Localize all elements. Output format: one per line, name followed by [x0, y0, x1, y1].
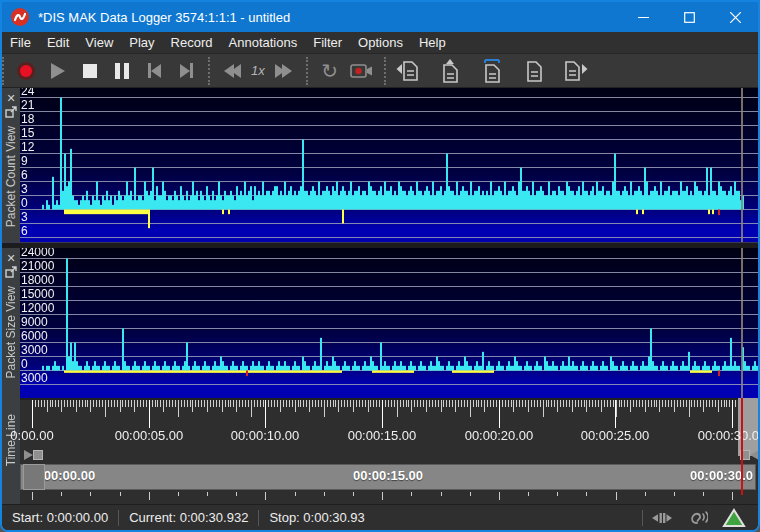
y-axis-tick-label: 15 [21, 127, 34, 139]
packet-count-plot[interactable]: 2421181512963036 [20, 88, 758, 242]
y-axis-tick-label: 0 [21, 197, 28, 209]
undock-panel-icon[interactable] [5, 106, 17, 122]
status-bar: Start: 0:00:00.00 Current: 0:00:30.932 S… [2, 504, 758, 530]
app-window: *DIS MAK Data Logger 3574:1:1:1 - untitl… [0, 0, 760, 532]
current-position-cursor[interactable] [741, 88, 743, 242]
timeline-panel: Time Line 0:00.0000:00:05.0000:00:10.000… [2, 398, 758, 504]
file-icon [523, 59, 545, 83]
panel-title: Packet Size View [4, 286, 18, 379]
undock-panel-icon[interactable] [5, 266, 17, 282]
menu-file[interactable]: File [2, 32, 39, 54]
eject-file-icon [439, 59, 461, 83]
record-button[interactable] [10, 58, 42, 84]
loop-button[interactable]: ↻ [314, 58, 346, 84]
next-file-icon [563, 60, 589, 82]
eject-file-button[interactable] [434, 58, 466, 84]
y-axis-tick-label: 6000 [21, 330, 48, 342]
listen-ear-icon [688, 510, 708, 526]
y-axis-tick-label: 9 [21, 155, 28, 167]
stop-icon [83, 64, 97, 78]
timeline-current-cursor[interactable] [741, 398, 743, 495]
y-axis-tick-label: 18000 [21, 274, 54, 286]
overview-middle-time: 00:00:15.00 [353, 468, 423, 483]
menu-play[interactable]: Play [121, 32, 162, 54]
record-marker-button[interactable] [346, 58, 378, 84]
timeline-tick-label: 00:00:15.00 [348, 428, 417, 443]
pause-button[interactable] [106, 58, 138, 84]
toolbar: 1x ↻ [2, 54, 758, 88]
current-file-icon [481, 59, 503, 83]
close-button[interactable] [712, 2, 758, 32]
loop-icon: ↻ [321, 61, 338, 81]
menu-record[interactable]: Record [163, 32, 221, 54]
timeline-content[interactable]: 0:00.0000:00:05.0000:00:10.0000:00:15.00… [20, 398, 758, 504]
loop-record-group: ↻ [306, 57, 384, 85]
menu-filter[interactable]: Filter [305, 32, 350, 54]
status-separator [642, 510, 643, 526]
minimize-button[interactable] [620, 2, 666, 32]
status-start-time: Start: 0:00:00.00 [2, 510, 118, 525]
play-button[interactable] [42, 58, 74, 84]
overview-tick-strip [20, 492, 760, 502]
menu-help[interactable]: Help [411, 32, 454, 54]
close-panel-icon[interactable]: ✕ [6, 250, 15, 266]
maximize-icon [684, 12, 695, 23]
y-axis-tick-label: 12000 [21, 302, 54, 314]
prev-file-button[interactable] [392, 58, 424, 84]
speed-label: 1x [248, 63, 268, 78]
current-position-cursor[interactable] [741, 248, 743, 398]
current-file-button[interactable] [476, 58, 508, 84]
y-axis-tick-label: 21 [21, 99, 34, 111]
skip-to-start-button[interactable] [138, 58, 170, 84]
y-axis-tick-label: 3 [21, 211, 28, 223]
menu-edit[interactable]: Edit [39, 32, 77, 54]
y-axis-tick-label: 3000 [21, 344, 48, 356]
packet-size-panel: ✕ Packet Size View 240002100018000150001… [2, 248, 758, 398]
prev-file-icon [395, 60, 421, 82]
y-axis-tick-label: 3000 [21, 372, 48, 384]
stop-button[interactable] [74, 58, 106, 84]
record-icon [17, 62, 35, 80]
timeline-tick-label: 00:00:25.00 [581, 428, 650, 443]
timeline-tick-label: 00:00:20.00 [465, 428, 534, 443]
skip-to-end-icon [180, 63, 193, 78]
pause-icon [115, 63, 129, 79]
close-panel-icon[interactable]: ✕ [6, 90, 15, 106]
play-icon [51, 63, 65, 79]
overview-end-time: 00:00:30.0 [690, 468, 753, 483]
status-stop-time: Stop: 0:00:30.93 [259, 510, 374, 525]
skip-to-end-button[interactable] [170, 58, 202, 84]
window-title: *DIS MAK Data Logger 3574:1:1:1 - untitl… [38, 10, 620, 25]
timeline-ruler[interactable] [20, 398, 760, 428]
overview-left-handle[interactable] [23, 464, 45, 490]
y-axis-tick-label: 21000 [21, 260, 54, 272]
record-camera-icon [350, 62, 374, 80]
menu-view[interactable]: View [77, 32, 121, 54]
timeline-tick-label: 0:00.00 [10, 428, 53, 443]
panel-title: Packet Count View [4, 126, 18, 227]
status-ok-indicator-icon [722, 508, 746, 528]
y-axis-tick-label: 6 [21, 225, 28, 237]
packet-size-strip: ✕ Packet Size View [2, 248, 20, 398]
slower-button[interactable] [216, 58, 248, 84]
y-axis-tick-label: 15000 [21, 288, 54, 300]
start-marker[interactable] [24, 450, 43, 460]
menu-options[interactable]: Options [350, 32, 411, 54]
faster-button[interactable] [268, 58, 300, 84]
y-axis-tick-label: 3 [21, 183, 28, 195]
app-logo-icon [10, 7, 30, 27]
file-nav-group [384, 57, 598, 85]
title-bar: *DIS MAK Data Logger 3574:1:1:1 - untitl… [2, 2, 758, 32]
close-icon [730, 12, 741, 23]
timeline-overview-bar[interactable]: 00:00:00.00 00:00:15.00 00:00:30.0 [20, 464, 756, 490]
maximize-button[interactable] [666, 2, 712, 32]
packet-count-panel: ✕ Packet Count View 2421181512963036 [2, 88, 758, 242]
rewind-icon [224, 64, 241, 78]
network-traffic-icon [650, 511, 674, 525]
packet-size-plot[interactable]: 2400021000180001500012000900060003000030… [20, 248, 758, 398]
menu-bar: FileEditViewPlayRecordAnnotationsFilterO… [2, 32, 758, 54]
file-button[interactable] [518, 58, 550, 84]
transport-group [2, 57, 208, 85]
next-file-button[interactable] [560, 58, 592, 84]
menu-annotations[interactable]: Annotations [221, 32, 306, 54]
